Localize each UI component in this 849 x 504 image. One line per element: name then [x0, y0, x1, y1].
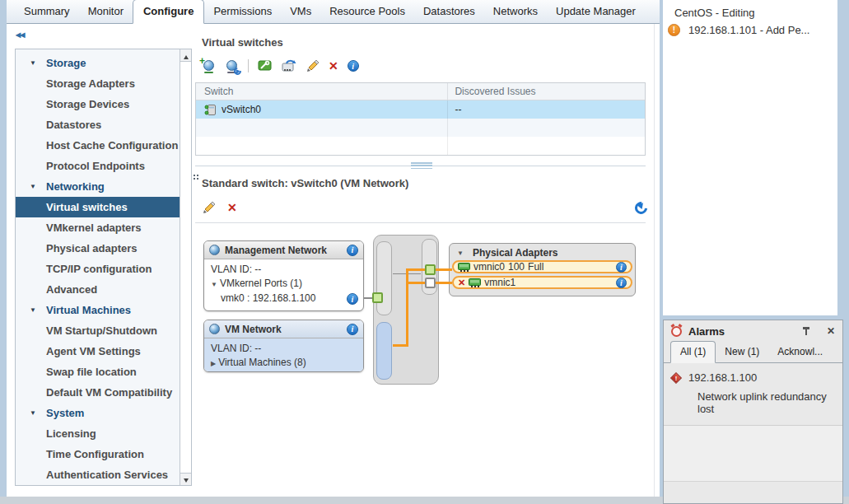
info-icon[interactable]: i	[347, 293, 358, 305]
manage-physical-adapters-button[interactable]	[258, 59, 273, 72]
table-row-empty[interactable]	[196, 137, 645, 155]
column-header-switch[interactable]: Switch	[196, 83, 447, 100]
tab-resource-pools[interactable]: Resource Pools	[320, 0, 414, 23]
portgroup-vm-network[interactable]: VM Network i VLAN ID: -- ▶Virtual Machin…	[203, 320, 364, 372]
sidebar-item-agent-vm-settings[interactable]: Agent VM Settings	[16, 341, 180, 362]
table-header-row[interactable]: Switch Discovered Issues	[196, 83, 645, 100]
chevron-down-icon: ▼	[30, 403, 36, 423]
splitter-grip-icon[interactable]	[411, 162, 432, 170]
info-icon[interactable]: i	[347, 324, 358, 335]
sidebar-item-licensing[interactable]: Licensing	[16, 423, 180, 444]
pane-splitter[interactable]	[195, 162, 646, 170]
sidebar-section-storage[interactable]: ▼ Storage	[16, 53, 180, 73]
virtual-machines-label: Virtual Machines (8)	[218, 357, 306, 368]
chevron-down-icon[interactable]: ▼	[211, 281, 217, 288]
alarm-critical-icon: !	[670, 371, 682, 383]
sidebar-scrollbar[interactable]	[180, 49, 191, 485]
tab-permissions[interactable]: Permissions	[204, 0, 281, 23]
close-icon[interactable]: ✕	[827, 325, 835, 337]
refresh-networking-icon	[225, 59, 239, 73]
add-networking-icon: +	[202, 59, 216, 73]
pin-icon[interactable]	[802, 327, 810, 336]
alarms-tab-new[interactable]: New (1)	[716, 342, 768, 362]
remove-button[interactable]: ✕	[227, 202, 237, 213]
info-icon[interactable]: i	[616, 278, 627, 288]
sidebar-item-virtual-switches[interactable]: Virtual switches	[16, 197, 180, 217]
link-down-icon: ✕	[458, 278, 465, 287]
wip-item-centos-editing[interactable]: CentOS - Editing	[674, 7, 755, 19]
sidebar-item-storage-devices[interactable]: Storage Devices	[16, 94, 180, 114]
vlan-id-label: VLAN ID: --	[211, 263, 357, 277]
chevron-right-icon[interactable]: ▶	[211, 360, 216, 367]
alarms-tab-all[interactable]: All (1)	[670, 341, 716, 363]
tab-update-manager[interactable]: Update Manager	[547, 0, 645, 23]
adapter-duplex: Full	[528, 261, 543, 273]
adapter-name: vmnic1	[484, 277, 515, 288]
sidebar-item-time-configuration[interactable]: Time Configuration	[16, 444, 180, 464]
tab-summary[interactable]: Summary	[15, 0, 79, 23]
adapter-vmnic0[interactable]: vmnic0 100 Full i	[452, 260, 632, 273]
trunk-vm-segment-selected	[376, 322, 392, 380]
physical-adapters-title: Physical Adapters	[473, 247, 558, 259]
nic-icon	[458, 263, 470, 272]
alarm-host: 192.168.1.100	[688, 371, 757, 384]
info-icon[interactable]: i	[616, 262, 627, 273]
tab-datastores[interactable]: Datastores	[414, 0, 484, 23]
remove-switch-button[interactable]: ✕	[329, 60, 338, 72]
sidebar-item-vmkernel-adapters[interactable]: VMkernel adapters	[16, 217, 180, 238]
sidebar-item-vm-startup-shutdown[interactable]: VM Startup/Shutdown	[16, 320, 180, 341]
table-row-empty[interactable]	[196, 119, 645, 137]
sidebar-item-authentication-services[interactable]: Authentication Services	[16, 464, 180, 485]
sidebar-section-label: System	[46, 407, 84, 419]
collapse-sidebar-icon[interactable]: ◀◀	[16, 31, 24, 39]
tab-networks[interactable]: Networks	[484, 0, 547, 23]
scroll-up-button[interactable]	[180, 49, 191, 62]
sidebar-item-storage-adapters[interactable]: Storage Adapters	[16, 73, 180, 94]
nic-icon	[469, 278, 481, 287]
chevron-down-icon[interactable]: ▼	[457, 250, 464, 257]
wip-item-add-permission[interactable]: ! 192.168.1.101 - Add Pe...	[668, 24, 809, 36]
sidebar-item-host-cache-configuration[interactable]: Host Cache Configuration	[16, 135, 180, 156]
refresh-networking-button[interactable]	[225, 59, 239, 73]
sidebar-item-swap-file-location[interactable]: Swap file location	[16, 362, 180, 382]
sidebar-section-label: Storage	[46, 57, 86, 69]
column-header-discovered-issues[interactable]: Discovered Issues	[447, 83, 645, 100]
vmk0-label: vmk0 : 192.168.1.100	[211, 292, 357, 306]
sidebar-item-datastores[interactable]: Datastores	[16, 114, 180, 135]
manage-adapters-icon	[258, 59, 273, 72]
vmnetwork-line	[393, 344, 408, 347]
info-icon[interactable]: i	[347, 245, 358, 256]
tab-bar: Summary Monitor Configure Permissions VM…	[7, 0, 660, 24]
alarms-tab-acknowledged[interactable]: Acknowl...	[768, 342, 832, 362]
scroll-down-button[interactable]	[180, 473, 191, 485]
sidebar-item-advanced[interactable]: Advanced	[16, 279, 180, 300]
table-row-vswitch0[interactable]: vSwitch0 --	[196, 100, 645, 119]
tab-vms[interactable]: VMs	[281, 0, 320, 23]
portgroup-management-network[interactable]: Management Network i VLAN ID: -- ▼VMkern…	[203, 240, 364, 311]
edit-switch-button[interactable]	[306, 59, 320, 73]
refresh-icon[interactable]	[632, 198, 650, 216]
sidebar-item-physical-adapters[interactable]: Physical adapters	[16, 238, 180, 259]
migrate-vmkernel-button[interactable]	[282, 59, 296, 72]
sidebar-item-protocol-endpoints[interactable]: Protocol Endpoints	[16, 156, 180, 176]
tab-configure[interactable]: Configure	[133, 0, 204, 24]
add-networking-button[interactable]: +	[202, 59, 216, 73]
switch-issues: --	[447, 100, 645, 119]
alarm-entry[interactable]: ! 192.168.1.100 Network uplink redundanc…	[664, 363, 842, 426]
adapter-vmnic1[interactable]: ✕ vmnic1 i	[452, 276, 632, 289]
sidebar-item-tcpip-configuration[interactable]: TCP/IP configuration	[16, 259, 180, 279]
wip-item-label: 192.168.1.101 - Add Pe...	[688, 24, 809, 36]
toolbar-separator	[248, 59, 249, 72]
physical-adapters-box: ▼ Physical Adapters vmnic0 100 Full i ✕	[449, 243, 636, 296]
warning-icon: !	[668, 24, 680, 36]
sidebar-section-virtual-machines[interactable]: ▼ Virtual Machines	[16, 300, 180, 320]
switch-info-button[interactable]: i	[348, 60, 359, 72]
chevron-down-icon: ▼	[30, 176, 36, 197]
sidebar-section-system[interactable]: ▼ System	[16, 403, 180, 423]
sidebar-item-default-vm-compatibility[interactable]: Default VM Compatibility	[16, 382, 180, 403]
standard-switch-title: Standard switch: vSwitch0 (VM Network)	[202, 177, 408, 189]
edit-settings-button[interactable]	[202, 201, 216, 215]
tab-monitor[interactable]: Monitor	[79, 0, 133, 23]
sidebar-section-networking[interactable]: ▼ Networking	[16, 176, 180, 197]
pencil-icon	[306, 59, 320, 73]
